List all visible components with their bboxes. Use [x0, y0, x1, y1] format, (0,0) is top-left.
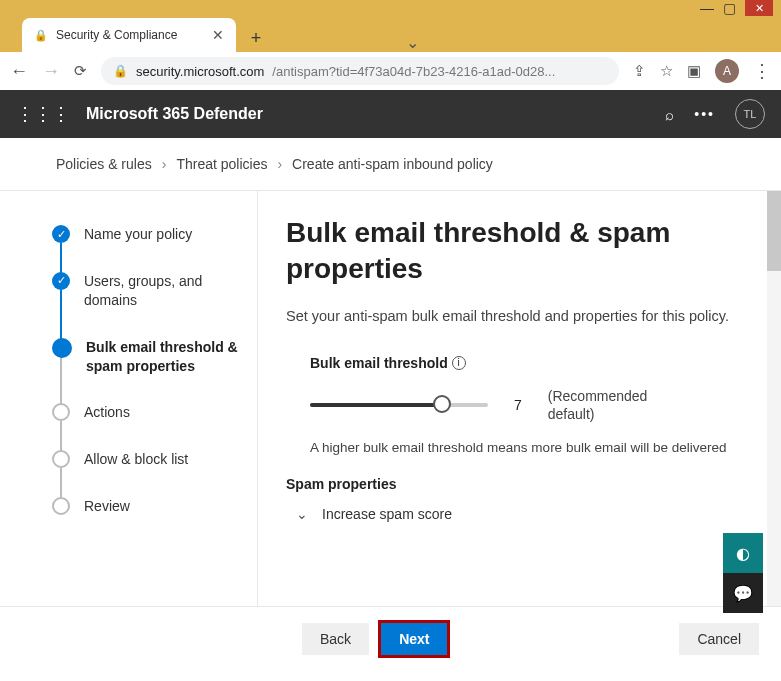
- url-path: /antispam?tid=4f73a04d-7b23-4216-a1ad-0d…: [272, 64, 555, 79]
- lock-icon: 🔒: [34, 29, 48, 42]
- feedback-widget[interactable]: 💬: [723, 573, 763, 613]
- slider-help-text: A higher bulk email threshold means more…: [310, 439, 753, 458]
- nav-forward-icon: →: [42, 61, 60, 82]
- lock-icon: 🔒: [113, 64, 128, 78]
- slider-thumb[interactable]: [433, 395, 451, 413]
- new-tab-button[interactable]: +: [242, 24, 270, 52]
- window-close[interactable]: ✕: [745, 0, 773, 16]
- breadcrumb-item[interactable]: Policies & rules: [56, 156, 152, 172]
- breadcrumb: Policies & rules › Threat policies › Cre…: [0, 138, 781, 190]
- step-label: Allow & block list: [84, 450, 188, 497]
- check-icon: ✓: [52, 272, 70, 290]
- app-title: Microsoft 365 Defender: [86, 105, 263, 123]
- user-avatar[interactable]: TL: [735, 99, 765, 129]
- browser-tab[interactable]: 🔒 Security & Compliance ✕: [22, 18, 236, 52]
- profile-avatar[interactable]: A: [715, 59, 739, 83]
- expander-label: Increase spam score: [322, 506, 452, 522]
- threshold-slider[interactable]: [310, 403, 488, 407]
- help-widget[interactable]: ◐: [723, 533, 763, 573]
- step-label: Name your policy: [84, 225, 192, 272]
- slider-value: 7: [514, 397, 522, 413]
- extensions-icon[interactable]: ▣: [687, 62, 701, 80]
- todo-step-icon: [52, 450, 70, 468]
- page-subtext: Set your anti-spam bulk email threshold …: [286, 306, 753, 327]
- recommended-text: (Recommended default): [548, 387, 668, 423]
- todo-step-icon: [52, 403, 70, 421]
- scrollbar[interactable]: [767, 191, 781, 606]
- slider-label: Bulk email threshold: [310, 355, 448, 371]
- step-name-policy[interactable]: ✓ Name your policy: [52, 225, 239, 272]
- current-step-icon: [52, 338, 72, 358]
- todo-step-icon: [52, 497, 70, 515]
- spam-properties-title: Spam properties: [286, 476, 753, 492]
- next-button[interactable]: Next: [381, 623, 447, 655]
- reload-icon[interactable]: ⟳: [74, 62, 87, 80]
- step-label: Users, groups, and domains: [84, 272, 239, 338]
- step-review[interactable]: Review: [52, 497, 239, 544]
- step-allow-block[interactable]: Allow & block list: [52, 450, 239, 497]
- step-label: Bulk email threshold & spam properties: [86, 338, 239, 404]
- chevron-right-icon: ›: [277, 156, 282, 172]
- tab-dropdown-icon[interactable]: ⌄: [406, 33, 419, 52]
- wizard-footer: Back Next Cancel: [0, 606, 781, 670]
- more-icon[interactable]: •••: [694, 106, 715, 122]
- tab-title: Security & Compliance: [56, 28, 177, 42]
- window-maximize[interactable]: ▢: [723, 2, 735, 14]
- check-icon: ✓: [52, 225, 70, 243]
- app-header: ⋮⋮⋮ Microsoft 365 Defender ⌕ ••• TL: [0, 90, 781, 138]
- step-label: Actions: [84, 403, 130, 450]
- breadcrumb-item: Create anti-spam inbound policy: [292, 156, 493, 172]
- share-icon[interactable]: ⇪: [633, 62, 646, 80]
- browser-toolbar: ← → ⟳ 🔒 security.microsoft.com /antispam…: [0, 52, 781, 90]
- wizard-steps: ✓ Name your policy ✓ Users, groups, and …: [0, 191, 258, 606]
- scrollbar-thumb[interactable]: [767, 191, 781, 271]
- waffle-icon[interactable]: ⋮⋮⋮: [16, 103, 70, 125]
- chevron-down-icon: ⌄: [296, 506, 308, 522]
- browser-tab-strip: 🔒 Security & Compliance ✕ + ⌄: [0, 16, 781, 52]
- increase-spam-score-expander[interactable]: ⌄ Increase spam score: [286, 506, 753, 522]
- search-icon[interactable]: ⌕: [665, 106, 674, 123]
- back-button[interactable]: Back: [302, 623, 369, 655]
- page-heading: Bulk email threshold & spam properties: [286, 215, 753, 288]
- info-icon[interactable]: i: [452, 356, 466, 370]
- close-tab-icon[interactable]: ✕: [212, 27, 224, 43]
- main-panel: Bulk email threshold & spam properties S…: [258, 191, 781, 606]
- step-label: Review: [84, 497, 130, 544]
- chevron-right-icon: ›: [162, 156, 167, 172]
- step-bulk-threshold[interactable]: Bulk email threshold & spam properties: [52, 338, 239, 404]
- step-users-groups[interactable]: ✓ Users, groups, and domains: [52, 272, 239, 338]
- url-domain: security.microsoft.com: [136, 64, 264, 79]
- url-bar[interactable]: 🔒 security.microsoft.com /antispam?tid=4…: [101, 57, 619, 85]
- browser-menu-icon[interactable]: ⋮: [753, 60, 771, 82]
- window-minimize[interactable]: —: [701, 2, 713, 14]
- step-actions[interactable]: Actions: [52, 403, 239, 450]
- breadcrumb-item[interactable]: Threat policies: [176, 156, 267, 172]
- nav-back-icon[interactable]: ←: [10, 61, 28, 82]
- cancel-button[interactable]: Cancel: [679, 623, 759, 655]
- star-icon[interactable]: ☆: [660, 62, 673, 80]
